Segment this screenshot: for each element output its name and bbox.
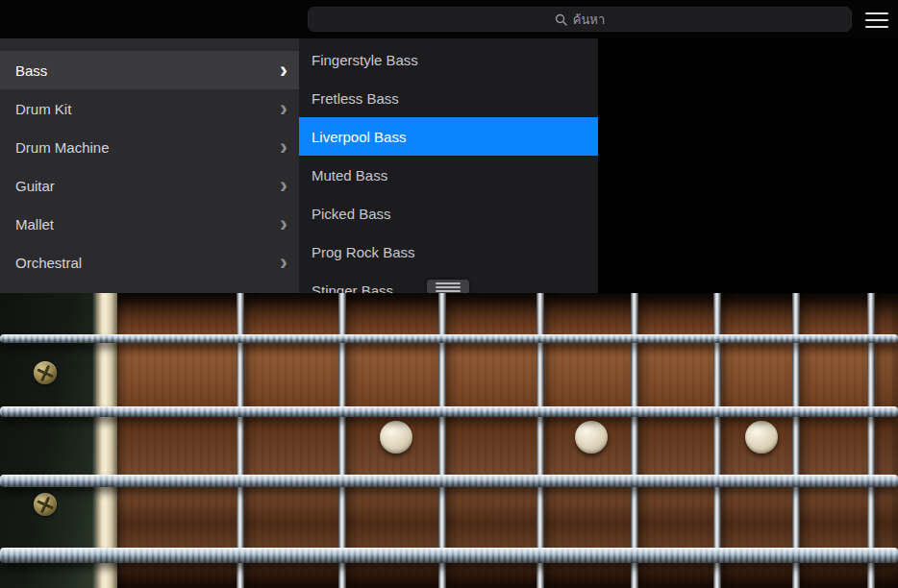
preset-item-liverpool-bass[interactable]: Liverpool Bass — [299, 117, 598, 156]
category-item-bass[interactable]: Bass › — [0, 51, 299, 89]
chevron-right-icon: › — [280, 53, 287, 87]
category-label: Bass — [15, 62, 47, 79]
search-icon — [555, 13, 567, 26]
category-label: Orchestral — [15, 255, 82, 271]
category-item-guitar[interactable]: Guitar › — [0, 166, 299, 205]
preset-label: Muted Bass — [312, 167, 387, 184]
category-item-mallet[interactable]: Mallet › — [0, 205, 299, 243]
preset-list: Fingerstyle Bass Fretless Bass Liverpool… — [299, 38, 598, 293]
hamburger-line — [865, 12, 888, 14]
search-input[interactable]: ค้นหา — [308, 7, 852, 32]
preset-label: Fingerstyle Bass — [312, 52, 418, 68]
screw — [34, 361, 57, 384]
chevron-right-icon: › — [280, 168, 287, 203]
fret-marker-dot — [575, 421, 608, 453]
category-label: Guitar — [15, 178, 55, 194]
chevron-right-icon: › — [280, 207, 287, 241]
drag-handle-line — [436, 282, 461, 284]
bass-string-2[interactable] — [0, 406, 898, 417]
category-item-orchestral[interactable]: Orchestral › — [0, 243, 299, 282]
bass-fretboard[interactable] — [0, 293, 898, 588]
drag-handle-line — [436, 290, 461, 292]
preset-label: Picked Bass — [312, 206, 391, 222]
preset-label: Stinger Bass — [312, 282, 393, 294]
preset-item-prog-rock-bass[interactable]: Prog Rock Bass — [299, 233, 598, 271]
category-label: Drum Machine — [15, 139, 110, 156]
bass-string-3[interactable] — [0, 475, 898, 487]
hamburger-menu-icon[interactable] — [865, 12, 888, 28]
category-label: Drum Kit — [15, 101, 71, 117]
fret-marker-dot — [745, 421, 778, 453]
preset-label: Fretless Bass — [312, 90, 399, 107]
hamburger-line — [865, 26, 888, 28]
chevron-right-icon: › — [280, 245, 287, 280]
category-item-drum-kit[interactable]: Drum Kit › — [0, 89, 299, 128]
preset-item-fretless-bass[interactable]: Fretless Bass — [299, 79, 598, 117]
screw — [34, 493, 57, 516]
chevron-right-icon: › — [280, 91, 287, 126]
preset-label: Liverpool Bass — [312, 129, 406, 145]
hamburger-line — [865, 19, 888, 21]
category-label: Mallet — [15, 216, 54, 233]
preset-item-muted-bass[interactable]: Muted Bass — [299, 156, 598, 194]
preset-item-picked-bass[interactable]: Picked Bass — [299, 194, 598, 233]
top-toolbar: ค้นหา — [0, 0, 898, 38]
garageband-window: ค้นหา Bass › Drum Kit › Drum Machine › G… — [0, 0, 898, 588]
instrument-picker: Bass › Drum Kit › Drum Machine › Guitar … — [0, 38, 898, 293]
chevron-right-icon: › — [280, 130, 287, 164]
preset-label: Prog Rock Bass — [312, 244, 415, 260]
drag-handle[interactable] — [427, 280, 469, 293]
drag-handle-line — [436, 286, 461, 288]
category-item-drum-machine[interactable]: Drum Machine › — [0, 128, 299, 166]
search-placeholder: ค้นหา — [573, 10, 605, 30]
preset-item-fingerstyle-bass[interactable]: Fingerstyle Bass — [299, 40, 598, 79]
bass-string-1[interactable] — [0, 334, 898, 343]
category-list: Bass › Drum Kit › Drum Machine › Guitar … — [0, 38, 299, 293]
fret-marker-dot — [380, 421, 412, 453]
bass-string-4[interactable] — [0, 548, 898, 563]
